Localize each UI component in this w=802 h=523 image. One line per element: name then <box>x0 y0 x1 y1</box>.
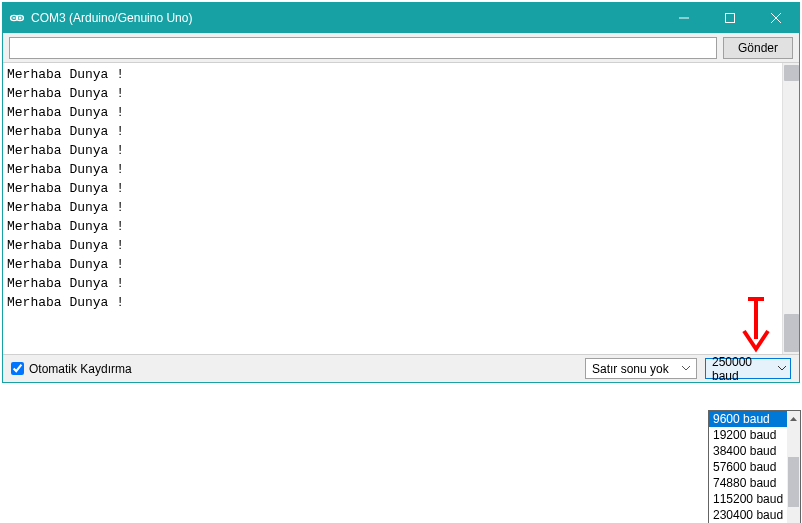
baud-option[interactable]: 9600 baud <box>709 411 787 427</box>
minimize-button[interactable] <box>661 3 707 33</box>
arduino-icon <box>9 10 25 26</box>
scroll-thumb[interactable] <box>788 457 799 507</box>
window-title: COM3 (Arduino/Genuino Uno) <box>31 11 661 25</box>
baud-rate-select[interactable]: 250000 baud <box>705 358 791 379</box>
autoscroll-checkbox[interactable]: Otomatik Kaydırma <box>11 362 132 376</box>
baud-rate-dropdown[interactable]: 9600 baud19200 baud38400 baud57600 baud7… <box>708 410 801 523</box>
dropdown-scrollbar[interactable] <box>787 411 800 523</box>
autoscroll-label: Otomatik Kaydırma <box>29 362 132 376</box>
line-ending-select[interactable]: Satır sonu yok <box>585 358 697 379</box>
line-ending-value: Satır sonu yok <box>592 362 669 376</box>
baud-option[interactable]: 74880 baud <box>709 475 787 491</box>
toolbar: Gönder <box>3 33 799 63</box>
baud-option[interactable]: 38400 baud <box>709 443 787 459</box>
baud-option[interactable]: 57600 baud <box>709 459 787 475</box>
baud-option[interactable]: 115200 baud <box>709 491 787 507</box>
serial-monitor-window: COM3 (Arduino/Genuino Uno) Gönder Merhab… <box>2 2 800 383</box>
maximize-button[interactable] <box>707 3 753 33</box>
content-area: Merhaba Dunya ! Merhaba Dunya ! Merhaba … <box>3 63 799 354</box>
scrollbar-thumb[interactable] <box>784 314 799 352</box>
scroll-up-button[interactable] <box>787 411 800 427</box>
serial-input[interactable] <box>9 37 717 59</box>
baud-rate-options: 9600 baud19200 baud38400 baud57600 baud7… <box>709 411 787 523</box>
svg-rect-6 <box>726 14 735 23</box>
send-button[interactable]: Gönder <box>723 37 793 59</box>
vertical-scrollbar[interactable] <box>782 63 799 354</box>
chevron-down-icon <box>778 364 786 374</box>
baud-option[interactable]: 19200 baud <box>709 427 787 443</box>
scrollbar-thumb[interactable] <box>784 65 799 81</box>
statusbar: Otomatik Kaydırma Satır sonu yok 250000 … <box>3 354 799 382</box>
baud-option[interactable]: 230400 baud <box>709 507 787 523</box>
red-arrow-annotation <box>740 297 772 360</box>
scroll-track[interactable] <box>787 427 800 523</box>
close-button[interactable] <box>753 3 799 33</box>
terminal-output: Merhaba Dunya ! Merhaba Dunya ! Merhaba … <box>3 63 782 354</box>
autoscroll-input[interactable] <box>11 362 24 375</box>
titlebar: COM3 (Arduino/Genuino Uno) <box>3 3 799 33</box>
chevron-down-icon <box>681 364 691 374</box>
